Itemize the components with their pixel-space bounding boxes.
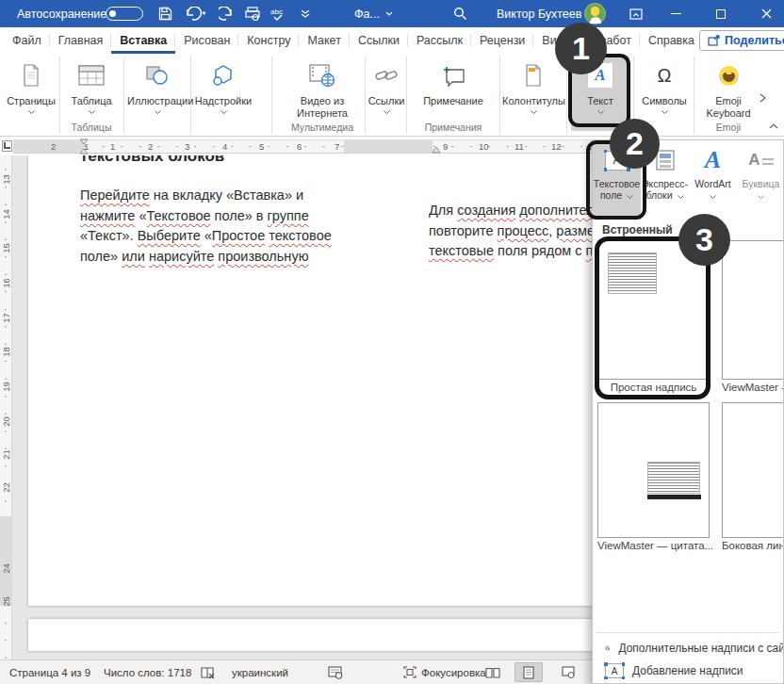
header-footer-button[interactable]: Колонтитулы — [502, 56, 564, 131]
menu-item-more-textboxes[interactable]: Дополнительные надписи с сай — [593, 637, 784, 660]
tab-references[interactable]: Ссылки — [350, 27, 408, 54]
maximize-icon — [716, 9, 726, 19]
ribbon-tab-row: Файл Главная Вставка Рисован Констру Мак… — [0, 27, 784, 54]
print-layout-button[interactable] — [514, 662, 543, 682]
user-name[interactable]: Виктор Бухтеев — [497, 0, 581, 27]
indent-marker[interactable] — [79, 138, 89, 155]
right-indent-marker[interactable] — [432, 144, 441, 154]
tab-mailings[interactable]: Рассылк — [408, 27, 471, 54]
focus-mode-button[interactable]: Фокусировка — [403, 660, 486, 684]
share-icon — [708, 35, 720, 46]
ruler-number: 15 — [1, 243, 11, 253]
pages-button[interactable]: Страницы — [6, 56, 57, 131]
search-button[interactable] — [449, 4, 471, 24]
gallery-expand-icon[interactable] — [760, 93, 766, 103]
table-button[interactable]: Таблица — [63, 56, 120, 131]
undo-button[interactable] — [181, 4, 211, 24]
group-separator — [694, 57, 694, 134]
tab-design[interactable]: Констру — [238, 27, 299, 54]
tab-review[interactable]: Рецензи — [471, 27, 533, 54]
chevron-down-icon — [301, 10, 310, 18]
wordart-button[interactable]: A WordArt — [689, 142, 737, 220]
ruler-number: 19 — [1, 382, 11, 392]
share-button[interactable]: Поделиться — [699, 30, 784, 51]
tab-draw[interactable]: Рисован — [175, 27, 238, 54]
ruler-gutter-zone — [344, 140, 433, 153]
header-footer-icon — [523, 63, 544, 88]
accessibility-checker[interactable] — [328, 660, 343, 684]
ruler-margin-zone — [0, 516, 11, 606]
text-run: Текстовое — [146, 208, 210, 223]
dropcap-button[interactable]: А Буквица — [737, 142, 784, 220]
page-indicator[interactable]: Страница 4 из 9 — [9, 660, 90, 684]
language-indicator[interactable]: украинский — [232, 660, 288, 684]
menu-item-label: Дополнительные надписи с сай — [618, 642, 784, 655]
ruler-number: 21 — [1, 449, 11, 460]
addins-button[interactable]: Надстройки — [194, 56, 253, 131]
group-separator — [406, 57, 407, 134]
chevron-down-icon — [758, 195, 764, 199]
group-separator — [59, 57, 60, 134]
symbols-button[interactable]: Ω Символы — [637, 56, 692, 131]
close-button[interactable] — [750, 0, 782, 27]
focus-icon — [403, 666, 416, 678]
minimize-button[interactable] — [660, 0, 692, 27]
step-badge-3: 3 — [678, 214, 730, 266]
minimize-icon — [671, 13, 681, 14]
builtin-section-label: Встроенный — [602, 223, 673, 236]
menu-item-draw-textbox[interactable]: A Добавление надписи — [593, 660, 784, 682]
document-name[interactable]: Фа... — [354, 0, 393, 27]
tab-file[interactable]: Файл — [4, 27, 50, 54]
tab-insert[interactable]: Вставка — [111, 27, 175, 54]
addins-icon — [211, 64, 236, 87]
chevron-down-icon — [385, 11, 393, 16]
proofing-status[interactable] — [201, 660, 216, 684]
tab-home[interactable]: Главная — [50, 27, 112, 54]
tab-help[interactable]: Справка — [640, 27, 703, 54]
ruler-number: 4 — [222, 141, 227, 152]
text-run: Выберите — [138, 228, 201, 243]
chevron-down-icon — [220, 110, 227, 114]
word-count[interactable]: Число слов: 1718 — [104, 660, 191, 684]
spelling-button[interactable]: abc — [267, 4, 289, 24]
text-run: Перейдите — [80, 187, 150, 203]
gallery-item-viewmaster-quote[interactable]: ViewMaster — цитата... — [597, 402, 710, 551]
step-badge-1: 1 — [555, 23, 607, 74]
qat-customize-button[interactable] — [294, 4, 317, 24]
title-bar: Автосохранение abc Фа... Виктор Бухтеев — [0, 0, 784, 27]
print-layout-icon — [523, 666, 534, 679]
save-button[interactable] — [154, 4, 176, 24]
search-icon — [453, 7, 467, 21]
emoji-keyboard-button[interactable]: EmojiKeyboard — [699, 56, 758, 131]
collapse-ribbon-icon[interactable] — [769, 123, 778, 129]
text-run: процесс — [498, 223, 549, 238]
wordart-icon: A — [705, 155, 721, 166]
online-video-icon — [308, 63, 336, 88]
redo-button[interactable] — [215, 4, 237, 24]
tab-layout[interactable]: Макет — [299, 27, 349, 54]
dropcap-icon: А — [748, 155, 773, 166]
autosave-toggle[interactable] — [106, 7, 143, 21]
maximize-button[interactable] — [705, 0, 737, 27]
print-preview-button[interactable] — [241, 4, 264, 24]
ruler-number: 10 — [479, 141, 489, 152]
comment-icon — [439, 63, 467, 89]
illustrations-button[interactable]: Иллюстрации — [127, 56, 188, 131]
tab-stop-selector[interactable] — [2, 140, 12, 152]
chevron-down-icon — [28, 110, 35, 114]
gallery-caption: ViewMaster - — [722, 382, 784, 393]
comment-button[interactable]: Примечание — [410, 56, 497, 131]
ruler-number: 16 — [1, 278, 11, 288]
gallery-item-sideline[interactable]: Боковая лин — [722, 402, 784, 551]
gallery-item-viewmaster[interactable]: ViewMaster - — [722, 240, 784, 393]
online-video-button[interactable]: Видео изИнтернета — [281, 56, 364, 131]
ribbon-display-options-button[interactable] — [620, 0, 652, 27]
ruler-number: 11 — [514, 141, 524, 152]
text-run: поле» — [80, 249, 122, 264]
web-layout-button[interactable] — [554, 662, 582, 682]
links-button[interactable]: Ссылки — [368, 56, 405, 131]
user-avatar[interactable] — [584, 3, 606, 24]
toggle-knob — [109, 10, 116, 17]
chevron-down-icon — [384, 110, 390, 114]
read-mode-button[interactable] — [479, 662, 507, 682]
